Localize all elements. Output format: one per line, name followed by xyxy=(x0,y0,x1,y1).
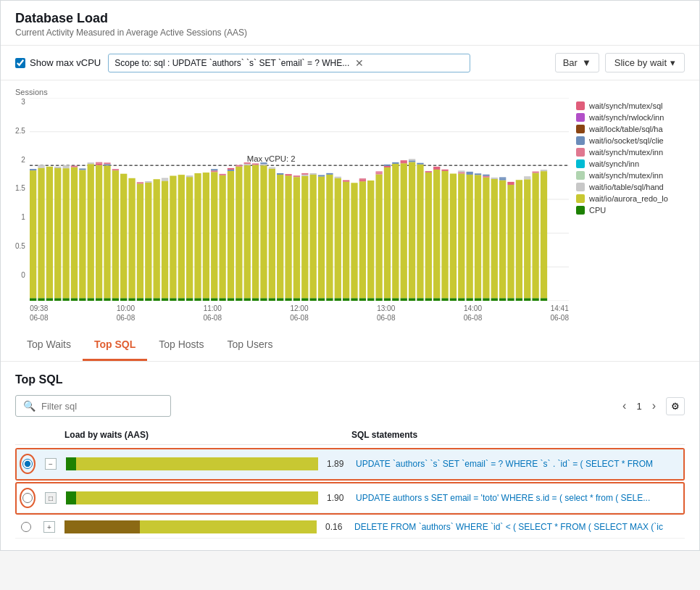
svg-rect-37 xyxy=(96,162,102,164)
cell-radio-2[interactable] xyxy=(20,488,36,508)
tab-top-waits[interactable]: Top Waits xyxy=(15,330,83,361)
expand-btn-2[interactable]: □ xyxy=(45,492,57,504)
svg-rect-160 xyxy=(425,171,432,173)
bar-value-3: 0.16 xyxy=(325,522,347,532)
svg-rect-183 xyxy=(483,176,489,178)
svg-rect-89 xyxy=(243,162,250,164)
svg-rect-117 xyxy=(318,177,325,299)
svg-rect-62 xyxy=(170,176,176,299)
svg-rect-36 xyxy=(96,164,102,165)
svg-rect-184 xyxy=(483,175,489,176)
svg-rect-159 xyxy=(425,173,432,298)
svg-rect-177 xyxy=(466,172,472,173)
legend-color-8 xyxy=(576,183,585,191)
cell-sql-1[interactable]: UPDATE `authors` `s` SET `email` = ? WHE… xyxy=(356,459,680,469)
prev-page-button[interactable]: ‹ xyxy=(618,398,630,414)
scope-tag[interactable]: Scope to: sql : UPDATE `authors` `s` SET… xyxy=(108,54,470,72)
svg-rect-150 xyxy=(400,160,407,162)
svg-rect-74 xyxy=(211,170,217,172)
tab-top-sql[interactable]: Top SQL xyxy=(83,330,147,361)
cell-expand-1[interactable]: − xyxy=(43,458,59,470)
slice-by-wait-button[interactable]: Slice by wait ▾ xyxy=(605,53,685,72)
tab-top-hosts[interactable]: Top Hosts xyxy=(147,330,215,361)
svg-rect-76 xyxy=(219,298,225,301)
svg-rect-114 xyxy=(309,175,316,298)
svg-rect-84 xyxy=(236,167,242,299)
table-row-2: □ 1.90 UPDATE authors s SET email = 'tot… xyxy=(17,483,683,513)
svg-rect-113 xyxy=(309,298,316,301)
svg-rect-61 xyxy=(170,298,176,301)
svg-rect-75 xyxy=(211,169,217,170)
cell-expand-2[interactable]: □ xyxy=(43,492,59,504)
cell-sql-2[interactable]: UPDATE authors s SET email = 'toto' WHER… xyxy=(356,493,680,503)
svg-rect-192 xyxy=(507,298,514,301)
col-header-load: Load by waits (AAS) xyxy=(62,430,344,440)
svg-rect-59 xyxy=(162,180,168,181)
show-vcpu-checkbox[interactable] xyxy=(15,58,25,68)
svg-rect-99 xyxy=(269,167,275,169)
show-vcpu-toggle[interactable]: Show max vCPU xyxy=(15,57,101,68)
gear-icon: ⚙ xyxy=(671,401,680,412)
svg-rect-187 xyxy=(491,178,498,179)
x-label-7: 14:4106-08 xyxy=(550,304,569,323)
cell-expand-3[interactable]: + xyxy=(41,521,57,533)
svg-rect-56 xyxy=(153,179,159,298)
cell-radio-3[interactable] xyxy=(18,522,34,532)
tab-top-users[interactable]: Top Users xyxy=(216,330,285,361)
svg-rect-25 xyxy=(71,298,78,301)
slice-by-wait-arrow: ▾ xyxy=(670,57,675,68)
table-header: Load by waits (AAS) SQL statements xyxy=(15,425,685,445)
bar-select-dropdown[interactable]: Bar ▼ xyxy=(555,53,599,72)
svg-text:Max vCPU: 2: Max vCPU: 2 xyxy=(247,154,296,163)
svg-rect-163 xyxy=(433,168,440,170)
radio-highlight-2 xyxy=(20,488,36,508)
bar-value-2: 1.90 xyxy=(327,493,349,503)
svg-rect-179 xyxy=(475,175,481,298)
scope-tag-text: Scope to: sql : UPDATE `authors` `s` SET… xyxy=(114,58,349,68)
svg-rect-126 xyxy=(343,182,349,299)
x-label-5: 13:0006-08 xyxy=(377,304,396,323)
expand-btn-1[interactable]: − xyxy=(45,458,57,470)
svg-rect-77 xyxy=(219,175,225,298)
svg-rect-86 xyxy=(243,298,250,301)
radio-2[interactable] xyxy=(22,493,33,503)
y-tick-0: 0 xyxy=(21,271,25,279)
search-input[interactable] xyxy=(41,401,163,412)
svg-rect-171 xyxy=(458,173,464,298)
svg-rect-125 xyxy=(343,298,349,301)
radio-1[interactable] xyxy=(22,459,33,469)
svg-rect-20 xyxy=(54,167,61,168)
svg-rect-147 xyxy=(400,298,407,301)
svg-rect-50 xyxy=(137,183,143,298)
svg-rect-106 xyxy=(293,298,300,301)
next-page-button[interactable]: › xyxy=(648,398,660,414)
svg-rect-107 xyxy=(293,177,300,298)
cell-sql-3[interactable]: DELETE FROM `authors` WHERE `id` < ( SEL… xyxy=(354,522,682,532)
bar-stack-3 xyxy=(64,520,317,533)
svg-rect-193 xyxy=(507,185,514,298)
legend: wait/synch/mutex/sql wait/synch/rwlock/i… xyxy=(569,98,685,323)
svg-rect-104 xyxy=(285,175,291,298)
svg-rect-100 xyxy=(277,298,283,301)
cell-load-1: 1.89 xyxy=(66,457,349,470)
radio-3[interactable] xyxy=(21,522,31,532)
svg-rect-72 xyxy=(211,298,217,301)
y-tick-1: 1 xyxy=(21,213,25,221)
svg-rect-45 xyxy=(120,298,127,301)
svg-rect-48 xyxy=(128,178,135,298)
svg-rect-22 xyxy=(62,168,69,298)
svg-rect-172 xyxy=(458,172,464,173)
search-bar[interactable]: 🔍 xyxy=(15,395,171,417)
chart-main: Max vCPU: 2 09:3806-08 10:0006-08 11:000… xyxy=(30,98,569,323)
svg-rect-182 xyxy=(483,178,489,299)
scope-tag-close[interactable]: ✕ xyxy=(355,57,364,69)
legend-label-2: wait/synch/rwlock/inn xyxy=(589,113,664,122)
expand-btn-3[interactable]: + xyxy=(43,521,55,533)
legend-color-5 xyxy=(576,148,585,157)
cell-radio-1[interactable] xyxy=(20,454,36,474)
svg-rect-82 xyxy=(228,168,234,170)
svg-rect-85 xyxy=(236,165,242,167)
svg-rect-129 xyxy=(351,183,357,298)
settings-button[interactable]: ⚙ xyxy=(666,397,685,415)
svg-rect-185 xyxy=(491,298,498,301)
